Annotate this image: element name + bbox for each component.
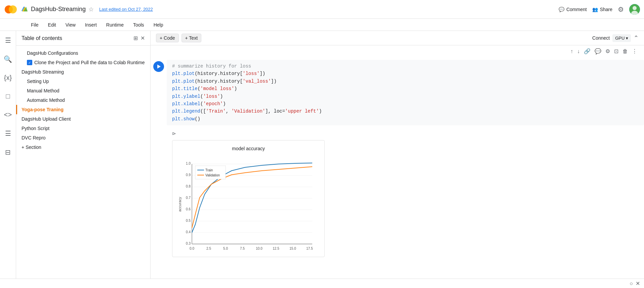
toc-item-clone-project[interactable]: ✓ Clone the Project and Pull the data to… bbox=[16, 58, 150, 67]
settings-icon[interactable]: ⚙ bbox=[618, 5, 624, 13]
share-icon: 👥 bbox=[592, 7, 598, 12]
func-plt-show: plt.show bbox=[172, 116, 195, 122]
func-plt-ylabel: plt.ylabel bbox=[172, 94, 200, 99]
toc-icon[interactable]: ☰ bbox=[2, 34, 14, 47]
command-palette-icon[interactable]: ☰ bbox=[2, 127, 14, 140]
delete-cell-button[interactable]: 🗑 bbox=[621, 47, 629, 56]
menu-help[interactable]: Help bbox=[150, 21, 167, 29]
circle-status-icon[interactable]: ○ bbox=[630, 281, 633, 287]
code-line-7: plt.legend(['Train', 'Validation'], loc=… bbox=[172, 108, 639, 115]
svg-text:5.0: 5.0 bbox=[223, 247, 228, 250]
svg-text:Train: Train bbox=[205, 168, 213, 172]
svg-text:7.5: 7.5 bbox=[240, 247, 245, 250]
svg-text:0.0: 0.0 bbox=[190, 247, 194, 250]
toc-item-yoga-pose[interactable]: Yoga-pose Traning bbox=[16, 105, 150, 114]
code-line-8: plt.show() bbox=[172, 115, 639, 123]
str-ylabel-loss: 'loss' bbox=[203, 94, 220, 99]
files-icon[interactable]: □ bbox=[3, 90, 12, 103]
notebook-name[interactable]: DagsHub-Streaming bbox=[31, 6, 86, 13]
gpu-badge[interactable]: GPU ▾ bbox=[612, 34, 631, 42]
add-text-label: + Text bbox=[185, 35, 198, 41]
chart-title: model accuracy bbox=[178, 146, 319, 151]
output-arrow-icon[interactable]: ⊳ bbox=[172, 131, 639, 136]
notebook-title-area: DagsHub-Streaming ☆ Last edited on Oct 2… bbox=[22, 6, 153, 13]
variables-icon[interactable]: {x} bbox=[1, 71, 14, 84]
menu-edit[interactable]: Edit bbox=[44, 21, 60, 29]
toc-items: DagsHub Configurations ✓ Clone the Proje… bbox=[16, 46, 150, 279]
func-plt-plot: plt.plot bbox=[172, 71, 195, 76]
link-button[interactable]: 🔗 bbox=[582, 47, 592, 56]
expand-cell-button[interactable]: ⊡ bbox=[613, 47, 620, 56]
func-plt-title: plt.title bbox=[172, 86, 198, 91]
cell-action-bar: ↑ ↓ 🔗 💬 ⚙ ⊡ 🗑 ⋮ bbox=[151, 45, 644, 57]
run-cell-button[interactable] bbox=[153, 61, 164, 72]
comment-cell-button[interactable]: 💬 bbox=[593, 47, 603, 56]
connect-label[interactable]: Connect bbox=[592, 35, 610, 41]
svg-text:10.0: 10.0 bbox=[256, 247, 263, 250]
code-block[interactable]: # summarize history for loss plt.plot(hi… bbox=[167, 60, 644, 125]
menu-file[interactable]: File bbox=[27, 21, 43, 29]
star-icon[interactable]: ☆ bbox=[88, 6, 94, 13]
toc-automatic-method-label: Automatic Method bbox=[27, 97, 65, 103]
menu-tools[interactable]: Tools bbox=[129, 21, 148, 29]
svg-text:0.9: 0.9 bbox=[186, 173, 191, 177]
sidebar-header: Table of contents ⊞ ✕ bbox=[16, 31, 150, 46]
topbar-right: 💬 Comment 👥 Share ⚙ bbox=[559, 4, 640, 15]
code-line-5: plt.ylabel('loss') bbox=[172, 93, 639, 100]
menu-runtime[interactable]: Runtime bbox=[102, 21, 128, 29]
icon-strip: ☰ 🔍 {x} □ <> ☰ ⊟ bbox=[0, 31, 16, 279]
search-icon[interactable]: 🔍 bbox=[1, 52, 15, 66]
str-model-loss: 'model loss' bbox=[200, 86, 234, 91]
svg-text:0.3: 0.3 bbox=[186, 242, 191, 245]
comment-label: Comment bbox=[566, 7, 587, 12]
top-bar: DagsHub-Streaming ☆ Last edited on Oct 2… bbox=[0, 0, 644, 19]
toc-item-section[interactable]: + Section bbox=[16, 142, 150, 152]
toc-manual-method-label: Manual Method bbox=[27, 88, 59, 93]
share-button[interactable]: 👥 Share bbox=[592, 7, 612, 12]
sidebar-close-icon[interactable]: ✕ bbox=[140, 35, 145, 41]
collapse-button[interactable]: ⌃ bbox=[634, 34, 639, 42]
sidebar-actions: ⊞ ✕ bbox=[133, 35, 145, 41]
menu-insert[interactable]: Insert bbox=[81, 21, 101, 29]
cell-code-content: # summarize history for loss plt.plot(hi… bbox=[167, 60, 644, 125]
code-line-2: plt.plot(history.history['loss']) bbox=[172, 70, 639, 77]
toc-item-dagshub-upload[interactable]: DagsHub Upload Client bbox=[16, 114, 150, 124]
code-line-3: plt.plot(history.history['val_loss']) bbox=[172, 78, 639, 85]
svg-text:17.5: 17.5 bbox=[306, 247, 313, 250]
svg-point-1 bbox=[9, 5, 17, 13]
colab-logo[interactable] bbox=[4, 3, 17, 16]
toc-yoga-pose-label: Yoga-pose Traning bbox=[22, 107, 64, 112]
move-up-button[interactable]: ↑ bbox=[569, 47, 574, 56]
user-avatar[interactable] bbox=[629, 4, 640, 15]
toc-item-setting-up[interactable]: Setting Up bbox=[16, 77, 150, 86]
comment-icon: 💬 bbox=[559, 7, 564, 12]
add-text-button[interactable]: + Text bbox=[182, 34, 202, 42]
svg-text:accuracy: accuracy bbox=[178, 197, 182, 212]
code-area: + Code + Text Connect GPU ▾ ⌃ ↑ ↓ 🔗 💬 ⚙ … bbox=[151, 31, 644, 279]
terminal-icon[interactable]: ⊟ bbox=[2, 146, 13, 159]
code-snippets-icon[interactable]: <> bbox=[1, 108, 14, 121]
output-area: ⊳ model accuracy 0.3 0.4 0.5 0.6 0.7 0.8… bbox=[167, 128, 644, 262]
more-options-button[interactable]: ⋮ bbox=[631, 47, 639, 56]
toc-item-dagshub-streaming[interactable]: DagsHub Streaming bbox=[16, 67, 150, 77]
chart-container: model accuracy 0.3 0.4 0.5 0.6 0.7 0.8 0… bbox=[172, 140, 325, 257]
comment-button[interactable]: 💬 Comment bbox=[559, 7, 587, 12]
toc-item-dagshub-config[interactable]: DagsHub Configurations bbox=[16, 48, 150, 58]
svg-rect-37 bbox=[195, 166, 226, 179]
toc-item-python-script[interactable]: Python Script bbox=[16, 124, 150, 133]
move-down-button[interactable]: ↓ bbox=[576, 47, 581, 56]
code-line-1: # summarize history for loss bbox=[172, 63, 639, 70]
toc-item-manual-method[interactable]: Manual Method bbox=[16, 86, 150, 95]
sidebar-grid-icon[interactable]: ⊞ bbox=[133, 35, 138, 41]
svg-text:0.4: 0.4 bbox=[186, 230, 191, 234]
close-bottom-icon[interactable]: ✕ bbox=[636, 280, 640, 287]
toc-item-dvc-repro[interactable]: DVC Repro bbox=[16, 133, 150, 142]
last-edited[interactable]: Last edited on Oct 27, 2022 bbox=[99, 7, 153, 12]
svg-text:0.7: 0.7 bbox=[186, 196, 191, 200]
model-accuracy-chart: 0.3 0.4 0.5 0.6 0.7 0.8 0.9 1.0 bbox=[178, 154, 319, 251]
cell-settings-button[interactable]: ⚙ bbox=[604, 47, 611, 56]
add-code-button[interactable]: + Code bbox=[156, 34, 179, 42]
toc-item-automatic-method[interactable]: Automatic Method bbox=[16, 95, 150, 105]
menu-view[interactable]: View bbox=[62, 21, 80, 29]
toc-dvc-repro-label: DVC Repro bbox=[22, 135, 46, 140]
